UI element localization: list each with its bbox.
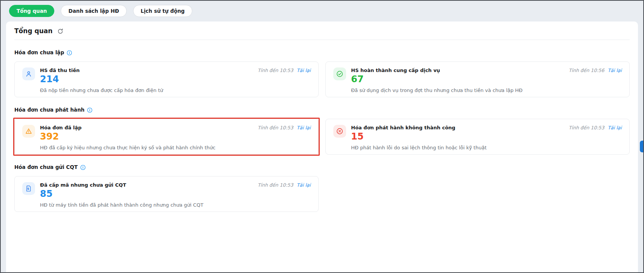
reload-link[interactable]: Tải lại	[297, 67, 311, 73]
card-description: HĐ phát hành lỗi do sai lệch thông tin h…	[351, 145, 622, 151]
side-panel-handle[interactable]	[640, 141, 643, 152]
info-icon[interactable]	[80, 165, 86, 170]
tab-lich-su-tu-dong[interactable]: Lịch sử tự động	[133, 5, 192, 17]
card-count: 67	[351, 75, 622, 84]
info-icon[interactable]	[67, 50, 72, 55]
card-description: Đã sử dụng dịch vụ trong đợt thu nhưng c…	[351, 87, 622, 94]
reload-link[interactable]: Tải lại	[608, 125, 622, 130]
card-description: HĐ đã cấp ký hiệu nhưng chưa thực hiện k…	[40, 145, 311, 151]
app-screen: Tổng quan Danh sách lập HĐ Lịch sử tự độ…	[0, 0, 644, 273]
card-hoa-don-da-lap[interactable]: Hóa đơn đã lập Tính đến 10:53Tải lại 392…	[14, 119, 319, 155]
reload-link[interactable]: Tải lại	[608, 67, 622, 73]
page-title: Tổng quan	[14, 27, 52, 35]
x-circle-icon	[333, 125, 346, 138]
section-hoa-don-chua-lap: Hóa đơn chưa lập	[14, 49, 630, 97]
card-title: Hóa đơn phát hành không thành công	[351, 125, 455, 131]
card-description: Đã nộp tiền nhưng chưa được cấp hóa đơn …	[40, 87, 311, 94]
reload-link[interactable]: Tải lại	[297, 125, 311, 130]
card-hs-da-thu-tien[interactable]: HS đã thu tiền Tính đến 10:53Tải lại 214…	[14, 61, 319, 97]
header-divider	[14, 40, 630, 40]
section-heading: Hóa đơn chưa lập	[14, 49, 64, 55]
as-of-timestamp: Tính đến 10:56	[569, 67, 604, 73]
panel-header: Tổng quan	[14, 27, 630, 35]
section-hoa-don-chua-phat-hanh: Hóa đơn chưa phát hành	[14, 107, 630, 155]
empty-grid-cell	[325, 176, 630, 212]
card-title: Đã cấp mã nhưng chưa gửi CQT	[40, 182, 126, 188]
invoice-dollar-icon: $	[22, 182, 35, 195]
card-count: 85	[40, 189, 311, 199]
tab-tong-quan[interactable]: Tổng quan	[9, 5, 54, 17]
as-of-timestamp: Tính đến 10:53	[569, 125, 604, 130]
svg-text:$: $	[27, 187, 29, 190]
overview-panel: Tổng quan Hóa đơn chưa lập	[6, 21, 638, 272]
as-of-timestamp: Tính đến 10:53	[258, 182, 293, 188]
card-count: 392	[40, 132, 311, 141]
as-of-timestamp: Tính đến 10:53	[258, 67, 293, 73]
section-hoa-don-chua-gui-cqt: Hóa đơn chưa gửi CQT $	[14, 164, 630, 212]
as-of-timestamp: Tính đến 10:53	[258, 125, 293, 130]
refresh-icon[interactable]	[57, 28, 63, 34]
user-icon	[22, 67, 35, 80]
card-title: HS đã thu tiền	[40, 67, 80, 74]
card-title: Hóa đơn đã lập	[40, 125, 81, 131]
card-phat-hanh-khong-thanh-cong[interactable]: Hóa đơn phát hành không thành công Tính …	[325, 119, 630, 155]
card-count: 15	[351, 132, 622, 141]
card-count: 214	[40, 75, 311, 84]
section-heading: Hóa đơn chưa gửi CQT	[14, 164, 78, 170]
card-title: HS hoàn thành cung cấp dịch vụ	[351, 67, 440, 74]
check-circle-icon	[333, 67, 346, 80]
card-hs-hoan-thanh-dich-vu[interactable]: HS hoàn thành cung cấp dịch vụ Tính đến …	[325, 61, 630, 97]
card-description: HĐ từ máy tính tiền đã phát hành thành c…	[40, 202, 311, 208]
section-heading: Hóa đơn chưa phát hành	[14, 107, 84, 113]
reload-link[interactable]: Tải lại	[297, 182, 311, 188]
warning-triangle-icon	[22, 125, 35, 138]
tab-danh-sach-lap-hd[interactable]: Danh sách lập HĐ	[61, 5, 126, 17]
view-tabbar: Tổng quan Danh sách lập HĐ Lịch sử tự độ…	[9, 5, 192, 17]
info-icon[interactable]	[87, 107, 92, 113]
card-da-cap-ma-chua-gui-cqt[interactable]: $ Đã cấp mã nhưng chưa gửi CQT Tính đến …	[14, 176, 319, 212]
